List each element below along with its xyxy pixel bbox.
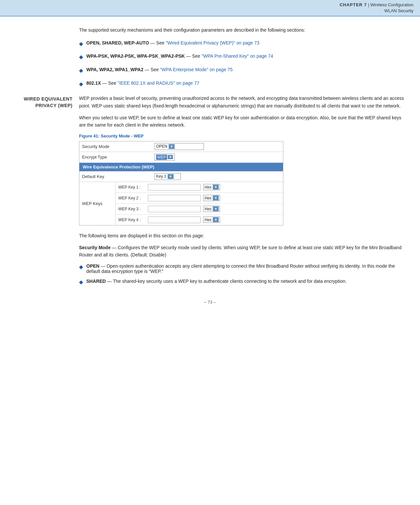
list-item: ◆ WPA-PSK, WPA2-PSK, WPA-PSK_WPA2-PSK — … [79, 52, 407, 61]
bullet-link-1[interactable]: "Wired Equivalent Privacy (WEP)" on page… [166, 40, 260, 45]
wep-key-name-1: WEP Key 1 : [118, 185, 148, 190]
wep-key-select-2[interactable]: Hex ▼ [203, 195, 220, 201]
default-key-value-cell: Key 1 ▼ [154, 173, 181, 180]
page-header: CHAPTER 7 | Wireless Configuration WLAN … [0, 0, 420, 16]
wep-keys-rows: WEP Key 1 : Hex ▼ WEP Key 2 : Hex [116, 182, 283, 225]
encrypt-type-value-cell: WEP ▼ [154, 154, 280, 161]
encrypt-type-arrow-icon[interactable]: ▼ [168, 155, 173, 159]
shared-security-row: ◆ SHARED — The shared-key security uses … [79, 279, 407, 285]
wep-key-row-1: WEP Key 1 : Hex ▼ [116, 182, 283, 193]
wep-key-hex-label-3: Hex [205, 207, 211, 211]
header-separator: | [367, 2, 371, 7]
open-bullet-icon: ◆ [79, 264, 83, 274]
bullet-bold-3: WPA, WPA2, WPA1_WPA2 [86, 67, 143, 72]
list-item: ◆ 802.1X — See "IEEE 802.1X and RADIUS" … [79, 79, 407, 88]
wep-section: Wired Equivalent Privacy (WEP) WEP provi… [7, 95, 413, 290]
bullet-diamond-icon: ◆ [79, 53, 83, 61]
body-text-2: When you select to use WEP, be sure to d… [79, 114, 407, 129]
section-left-margin: Wired Equivalent Privacy (WEP) [7, 95, 79, 290]
bullet-dash-4: — See [101, 80, 118, 86]
wep-key-name-3: WEP Key 3 : [118, 207, 148, 211]
security-mode-field-desc: — Configures the WEP security mode used … [79, 245, 402, 257]
wep-key-hex-label-4: Hex [205, 218, 211, 222]
open-desc: — Open-system authentication accepts any… [86, 263, 395, 274]
security-mode-select[interactable]: OPEN ▼ [154, 143, 204, 150]
wep-key-name-4: WEP Key 4 : [118, 218, 148, 222]
wep-key-input-2[interactable] [148, 195, 201, 201]
open-bold: OPEN [86, 263, 99, 269]
security-mode-field-name: Security Mode [79, 245, 111, 250]
following-text: The following items are displayed in thi… [79, 232, 407, 239]
bullet-dash-2: — See [185, 53, 202, 59]
bullet-link-3[interactable]: "WPA Enterprise Mode" on page 75 [160, 67, 233, 72]
wep-key-arrow-1[interactable]: ▼ [213, 185, 219, 190]
shared-bullet-icon: ◆ [79, 279, 83, 285]
sub-title: WLAN Security [0, 8, 413, 14]
bullet-link-2[interactable]: "WPA Pre-Shared Key" on page 74 [202, 53, 273, 59]
list-item: ◆ OPEN, SHARED, WEP-AUTO — See "Wired Eq… [79, 39, 407, 48]
encrypt-type-label: Encrypt Type [82, 155, 154, 160]
chapter-label: CHAPTER 7 [340, 2, 367, 7]
bullet-bold-4: 802.1X [86, 80, 101, 86]
wep-key-row-4: WEP Key 4 : Hex ▼ [116, 215, 283, 225]
wep-keys-area: WEP Keys WEP Key 1 : Hex ▼ WEP Key 2 : [79, 182, 283, 225]
bullet-dash-3: — See [143, 67, 160, 72]
open-security-row: ◆ OPEN — Open-system authentication acce… [79, 263, 407, 274]
bullet-bold-1: OPEN, SHARED, WEP-AUTO [86, 40, 149, 45]
encrypt-type-selected: WEP [156, 155, 167, 160]
security-mode-arrow-icon[interactable]: ▼ [169, 144, 175, 149]
wep-key-select-4[interactable]: Hex ▼ [203, 217, 220, 223]
wep-key-row-3: WEP Key 3 : Hex ▼ [116, 204, 283, 215]
wep-key-row-2: WEP Key 2 : Hex ▼ [116, 193, 283, 204]
page-number: – 73 – [204, 300, 216, 305]
wep-figure: Security Mode OPEN ▼ Encrypt Type WEP [79, 141, 283, 225]
wep-keys-label: WEP Keys [79, 182, 116, 225]
list-item: ◆ WPA, WPA2, WPA1_WPA2 — See "WPA Enterp… [79, 66, 407, 75]
wep-key-input-3[interactable] [148, 206, 201, 212]
wep-key-arrow-4[interactable]: ▼ [213, 217, 219, 222]
shared-bold: SHARED [86, 279, 106, 284]
encrypt-type-select[interactable]: WEP ▼ [154, 154, 175, 161]
wep-key-arrow-3[interactable]: ▼ [213, 206, 219, 211]
body-text-1: WEP provides a basic level of security, … [79, 95, 407, 109]
wep-key-hex-label-2: Hex [205, 196, 211, 200]
following-section: The following items are displayed in thi… [79, 232, 407, 285]
wep-key-select-3[interactable]: Hex ▼ [203, 206, 220, 212]
wep-section-header: Wire Equivalence Protection (WEP) [79, 163, 283, 171]
section-body: WEP provides a basic level of security, … [79, 95, 413, 290]
bullet-diamond-icon: ◆ [79, 80, 83, 88]
wep-key-input-1[interactable] [148, 184, 201, 191]
security-mode-label: Security Mode [82, 144, 154, 149]
bullet-list: ◆ OPEN, SHARED, WEP-AUTO — See "Wired Eq… [79, 39, 407, 88]
chapter-title-text: Wireless Configuration [370, 2, 413, 7]
default-key-row: Default Key Key 1 ▼ [79, 171, 283, 182]
bullet-link-4[interactable]: "IEEE 802.1X and RADIUS" on page 77 [118, 80, 199, 86]
wep-key-hex-label-1: Hex [205, 185, 211, 190]
bullet-bold-2: WPA-PSK, WPA2-PSK, WPA-PSK_WPA2-PSK [86, 53, 185, 59]
security-mode-selected: OPEN [156, 144, 167, 149]
security-mode-value-cell: OPEN ▼ [154, 143, 280, 150]
figure-caption: Figure 41: Security Mode - WEP [79, 134, 407, 138]
wep-key-name-2: WEP Key 2 : [118, 196, 148, 200]
shared-desc: — The shared-key security uses a WEP key… [106, 279, 347, 284]
section-title-line1: Wired Equivalent [24, 96, 72, 102]
page-footer: – 73 – [0, 296, 420, 308]
bullet-dash-1: — See [149, 40, 166, 45]
security-mode-description: Security Mode — Configures the WEP secur… [79, 244, 407, 259]
wep-key-arrow-2[interactable]: ▼ [213, 195, 219, 200]
security-mode-row: Security Mode OPEN ▼ [79, 141, 283, 152]
bullet-diamond-icon: ◆ [79, 66, 83, 75]
default-key-label: Default Key [82, 174, 154, 179]
encrypt-type-row: Encrypt Type WEP ▼ [79, 152, 283, 163]
section-title: Wired Equivalent Privacy (WEP) [7, 96, 72, 109]
default-key-selected: Key 1 [156, 174, 166, 179]
wep-key-input-4[interactable] [148, 217, 201, 223]
default-key-arrow-icon[interactable]: ▼ [168, 174, 174, 179]
section-title-line2: Privacy (WEP) [35, 103, 72, 108]
default-key-select[interactable]: Key 1 ▼ [154, 173, 181, 180]
intro-text: The supported security mechanisms and th… [79, 26, 407, 34]
bullet-diamond-icon: ◆ [79, 40, 83, 48]
wep-key-select-1[interactable]: Hex ▼ [203, 184, 220, 190]
